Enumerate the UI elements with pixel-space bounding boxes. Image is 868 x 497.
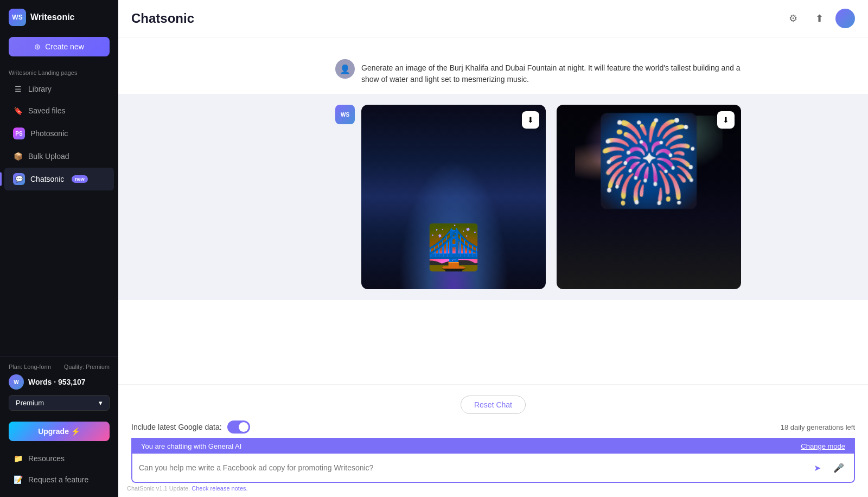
sidebar-item-label: Chatsonic — [30, 175, 64, 183]
sidebar-bottom: 📁 Resources 📝 Request a feature — [0, 445, 118, 497]
new-badge: new — [72, 175, 88, 183]
bulk-upload-icon: 📦 — [13, 151, 23, 161]
quality-label: Quality: Premium — [64, 364, 110, 370]
chat-input-bar: You are chatting with General AI Change … — [131, 438, 855, 483]
sidebar-section-label: Writesonic Landing pages — [0, 65, 118, 78]
page-title: Chatsonic — [131, 11, 194, 26]
download-button-fireworks[interactable]: ⬇ — [717, 111, 735, 129]
chatsonic-icon: 💬 — [13, 173, 25, 185]
upload-button[interactable]: ⬆ — [809, 9, 829, 28]
settings-button[interactable]: ⚙ — [783, 9, 803, 28]
ai-message: WS ⬇ ⬇ — [118, 94, 868, 300]
photosonic-icon: PS — [13, 128, 25, 139]
chat-mode-banner: You are chatting with General AI Change … — [132, 439, 854, 454]
sidebar-logo: WS Writesonic — [0, 0, 118, 33]
user-avatar: 👤 — [335, 59, 355, 79]
sidebar-item-label: Photosonic — [30, 129, 68, 138]
ai-image-fireworks: ⬇ — [557, 105, 741, 289]
reset-chat-button[interactable]: Reset Chat — [461, 396, 526, 414]
toggle-knob — [239, 422, 248, 432]
library-icon: ☰ — [13, 84, 23, 94]
chat-bottom: Reset Chat Include latest Google data: 1… — [118, 384, 868, 497]
ai-images: ⬇ ⬇ — [361, 105, 741, 289]
chat-input[interactable] — [139, 463, 804, 472]
ai-message-inner: WS ⬇ ⬇ — [118, 105, 868, 289]
avatar[interactable] — [835, 9, 855, 28]
daily-generations: 18 daily generations left — [781, 423, 855, 431]
send-button[interactable]: ➤ — [808, 459, 826, 476]
chat-input-row: ➤ 🎤 — [132, 454, 854, 482]
plus-icon: ⊕ — [34, 42, 41, 51]
plan-label: Plan: Long-form — [9, 364, 51, 370]
google-toggle-label: Include latest Google data: — [131, 420, 250, 434]
person-icon: 👤 — [340, 64, 350, 74]
sidebar-item-photosonic[interactable]: PS Photosonic — [4, 122, 114, 145]
sidebar-item-label: Library — [28, 85, 52, 93]
header-actions: ⚙ ⬆ — [783, 9, 855, 28]
sidebar-item-label: Saved files — [28, 106, 65, 115]
release-notes-link[interactable]: Check release notes. — [192, 485, 247, 492]
upgrade-button[interactable]: Upgrade ⚡ — [9, 422, 110, 441]
download-icon: ⬇ — [527, 116, 534, 124]
premium-select[interactable]: Premium ▾ — [9, 395, 110, 411]
sidebar-item-resources[interactable]: 📁 Resources — [4, 448, 114, 469]
chat-area: 👤 Generate an image of the Burj Khalifa … — [118, 37, 868, 384]
bookmark-icon: 🔖 — [13, 106, 23, 116]
sidebar-item-request-feature[interactable]: 📝 Request a feature — [4, 469, 114, 490]
mic-button[interactable]: 🎤 — [830, 459, 847, 476]
sidebar-plan: Plan: Long-form Quality: Premium W Words… — [0, 356, 118, 417]
request-feature-icon: 📝 — [13, 475, 23, 485]
change-mode-link[interactable]: Change mode — [801, 442, 845, 450]
download-button-fountain[interactable]: ⬇ — [522, 111, 539, 129]
reset-chat-row: Reset Chat — [118, 391, 868, 420]
create-new-button[interactable]: ⊕ Create new — [9, 37, 110, 56]
sidebar: WS Writesonic ⊕ Create new Writesonic La… — [0, 0, 118, 497]
sidebar-item-label: Bulk Upload — [28, 152, 69, 161]
brand-name: Writesonic — [30, 12, 75, 22]
chevron-down-icon: ▾ — [99, 399, 103, 407]
logo-icon: WS — [9, 9, 26, 26]
sidebar-item-bulk-upload[interactable]: 📦 Bulk Upload — [4, 146, 114, 167]
google-toggle-row: Include latest Google data: 18 daily gen… — [118, 420, 868, 438]
download-icon: ⬇ — [723, 116, 729, 124]
sidebar-item-label: Request a feature — [28, 475, 88, 484]
mic-icon: 🎤 — [833, 463, 844, 473]
sidebar-item-library[interactable]: ☰ Library — [4, 79, 114, 99]
resources-icon: 📁 — [13, 454, 23, 463]
sidebar-item-label: Resources — [28, 454, 65, 463]
upload-icon: ⬆ — [815, 12, 824, 24]
words-icon: W — [9, 374, 24, 390]
user-message: 👤 Generate an image of the Burj Khalifa … — [118, 50, 868, 94]
gear-icon: ⚙ — [789, 12, 797, 24]
user-message-text: Generate an image of the Burj Khalifa an… — [361, 59, 760, 85]
sidebar-item-saved-files[interactable]: 🔖 Saved files — [4, 100, 114, 121]
header: Chatsonic ⚙ ⬆ — [118, 0, 868, 37]
google-toggle-switch[interactable] — [227, 420, 250, 434]
ai-image-fountain: ⬇ — [361, 105, 546, 289]
ws-avatar: WS — [335, 105, 355, 124]
sidebar-item-chatsonic[interactable]: 💬 Chatsonic new — [4, 168, 114, 190]
version-note: ChatSonic v1.1 Update. Check release not… — [118, 483, 868, 497]
words-count: Words · 953,107 — [28, 378, 86, 386]
main-content: Chatsonic ⚙ ⬆ 👤 Generate an image of the… — [118, 0, 868, 497]
send-icon: ➤ — [814, 463, 821, 473]
